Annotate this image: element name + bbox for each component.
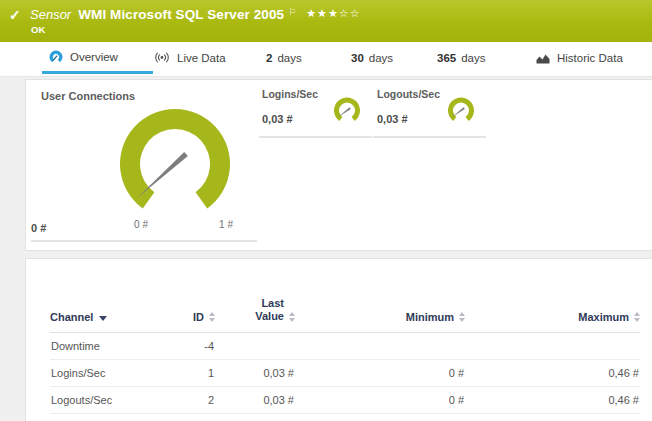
tab-30-days[interactable]: 30 days	[351, 42, 393, 74]
primary-gauge-title: User Connections	[41, 90, 135, 102]
cell-last-value: 0,03 #	[215, 360, 295, 387]
cell-maximum: 1 #	[465, 414, 640, 421]
sensor-kind-label: Sensor	[30, 7, 71, 22]
cell-channel: Logins/Sec	[50, 360, 175, 387]
logins-gauge-title: Logins/Sec	[262, 88, 318, 100]
prtg-sensor-page: ✓ Sensor WMI Microsoft SQL Server 2005 ⚐…	[0, 0, 652, 421]
cell-channel: User Connections	[50, 414, 175, 421]
column-header-maximum[interactable]: Maximum	[465, 259, 640, 333]
gauge-max-label: 1 #	[201, 219, 251, 230]
column-label: Maximum	[578, 311, 629, 323]
column-header-last-value[interactable]: LastValue	[215, 259, 295, 333]
sensor-title: WMI Microsoft SQL Server 2005	[78, 7, 284, 22]
cell-last-value	[215, 333, 295, 360]
priority-star-rating[interactable]: ★★★☆☆	[306, 7, 360, 20]
gauge-needle	[452, 107, 465, 117]
divider	[31, 240, 257, 242]
column-label: Minimum	[406, 311, 454, 323]
channels-table-panel: Channel ID LastValue Minimum Maximum	[25, 258, 652, 421]
check-icon: ✓	[9, 7, 21, 23]
column-label: ID	[193, 311, 204, 323]
sort-icon	[289, 312, 295, 322]
column-label: Last	[255, 297, 284, 310]
tab-overview[interactable]: Overview	[42, 42, 153, 74]
overview-gauges-panel: User Connections 0 # 1 # 0 # Logins/Sec …	[25, 79, 652, 251]
logins-gauge-value: 0,03 #	[262, 113, 293, 125]
column-label: Value	[255, 310, 284, 323]
channels-table: Channel ID LastValue Minimum Maximum	[50, 259, 640, 421]
column-header-channel[interactable]: Channel	[50, 259, 175, 333]
cell-last-value: 0 #	[215, 414, 295, 421]
cell-channel: Downtime	[50, 333, 175, 360]
cell-minimum: 0 #	[295, 414, 465, 421]
sensor-header-bar: ✓ Sensor WMI Microsoft SQL Server 2005 ⚐…	[0, 0, 652, 42]
cell-last-value: 0,03 #	[215, 387, 295, 414]
cell-maximum: 0,46 #	[465, 387, 640, 414]
tab-label: Overview	[70, 51, 118, 63]
divider	[373, 136, 486, 138]
sort-icon	[634, 312, 640, 322]
tab-label: days	[369, 52, 393, 64]
table-header-row: Channel ID LastValue Minimum Maximum	[50, 259, 640, 333]
cell-id: 2	[175, 387, 215, 414]
area-chart-icon	[536, 53, 550, 64]
logins-gauge	[330, 97, 364, 127]
tab-number: 30	[351, 52, 364, 64]
sort-icon	[209, 312, 215, 322]
tab-365-days[interactable]: 365 days	[437, 42, 485, 74]
status-badge: OK	[0, 22, 652, 35]
cell-minimum: 0 #	[295, 360, 465, 387]
gauge-min-label: 0 #	[116, 219, 166, 230]
cell-minimum	[295, 333, 465, 360]
tab-label: Live Data	[177, 52, 226, 64]
tab-2-days[interactable]: 2 days	[266, 42, 302, 74]
tab-label: days	[277, 52, 301, 64]
gauge-needle	[338, 107, 351, 117]
logouts-gauge-title: Logouts/Sec	[377, 88, 440, 100]
tab-label: Historic Data	[557, 52, 623, 64]
table-row[interactable]: Logins/Sec 1 0,03 # 0 # 0,46 #	[50, 360, 640, 387]
table-row[interactable]: User Connections 0 0 # 0 # 1 #	[50, 414, 640, 421]
logouts-gauge-value: 0,03 #	[377, 113, 408, 125]
user-connections-gauge	[105, 106, 245, 218]
column-header-id[interactable]: ID	[175, 259, 215, 333]
divider	[259, 136, 372, 138]
broadcast-icon	[154, 52, 170, 64]
table-row[interactable]: Logouts/Sec 2 0,03 # 0 # 0,46 #	[50, 387, 640, 414]
flag-icon[interactable]: ⚐	[288, 7, 296, 17]
caret-down-icon	[99, 316, 107, 321]
table-row[interactable]: Downtime -4	[50, 333, 640, 360]
gauge-icon	[49, 50, 63, 64]
tab-label: days	[461, 52, 485, 64]
column-label: Channel	[50, 311, 93, 323]
tab-live-data[interactable]: Live Data	[154, 42, 226, 74]
tab-historic-data[interactable]: Historic Data	[536, 42, 623, 74]
cell-channel: Logouts/Sec	[50, 387, 175, 414]
cell-id: 0	[175, 414, 215, 421]
tab-number: 365	[437, 52, 456, 64]
primary-gauge-value: 0 #	[31, 222, 46, 234]
tab-bar: Overview Live Data 2 days 30 days 365	[0, 42, 652, 77]
column-header-minimum[interactable]: Minimum	[295, 259, 465, 333]
cell-minimum: 0 #	[295, 387, 465, 414]
tab-number: 2	[266, 52, 272, 64]
cell-id: -4	[175, 333, 215, 360]
sort-icon	[459, 312, 465, 322]
cell-maximum	[465, 333, 640, 360]
cell-maximum: 0,46 #	[465, 360, 640, 387]
gauge-needle	[137, 152, 188, 198]
logouts-gauge	[444, 97, 478, 127]
cell-id: 1	[175, 360, 215, 387]
